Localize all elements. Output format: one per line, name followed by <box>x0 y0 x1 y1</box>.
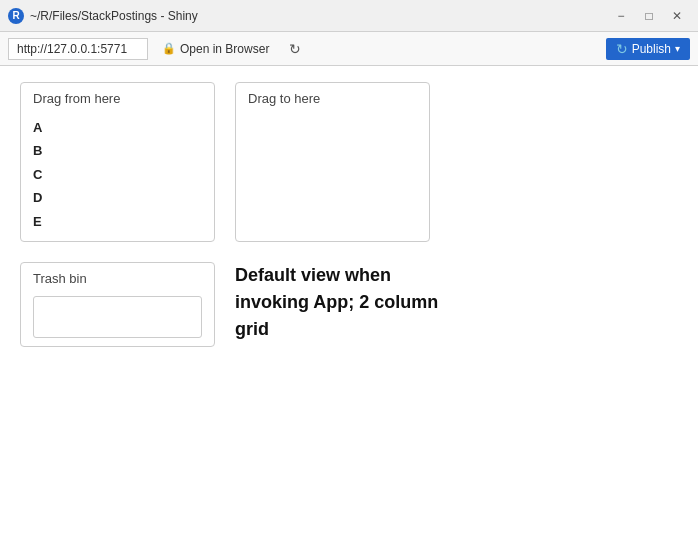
trash-bin-title: Trash bin <box>33 271 202 286</box>
trash-bin-drop-area[interactable] <box>33 296 202 338</box>
title-bar: R ~/R/Files/StackPostings - Shiny − □ ✕ <box>0 0 698 32</box>
drag-from-list: A B C D E <box>33 116 202 233</box>
trash-bin-box[interactable]: Trash bin <box>20 262 215 347</box>
close-button[interactable]: ✕ <box>664 6 690 26</box>
address-bar: http://127.0.0.1:5771 🔒 Open in Browser … <box>0 32 698 66</box>
lock-icon: 🔒 <box>162 42 176 55</box>
window-title: ~/R/Files/StackPostings - Shiny <box>30 9 198 23</box>
list-item[interactable]: A <box>33 116 202 139</box>
description-text: Default view when invoking App; 2 column… <box>235 262 455 343</box>
publish-label: Publish <box>632 42 671 56</box>
list-item[interactable]: D <box>33 186 202 209</box>
refresh-button[interactable]: ↻ <box>283 39 307 59</box>
publish-icon: ↻ <box>616 41 628 57</box>
top-row: Drag from here A B C D E Drag to here <box>20 82 678 242</box>
open-browser-label: Open in Browser <box>180 42 269 56</box>
list-item[interactable]: E <box>33 210 202 233</box>
url-text: http://127.0.0.1:5771 <box>17 42 127 56</box>
maximize-button[interactable]: □ <box>636 6 662 26</box>
title-bar-left: R ~/R/Files/StackPostings - Shiny <box>8 8 198 24</box>
r-icon: R <box>8 8 24 24</box>
list-item[interactable]: C <box>33 163 202 186</box>
minimize-button[interactable]: − <box>608 6 634 26</box>
bottom-row: Trash bin Default view when invoking App… <box>20 262 678 347</box>
drag-to-box[interactable]: Drag to here <box>235 82 430 242</box>
publish-caret: ▾ <box>675 43 680 54</box>
drag-from-title: Drag from here <box>33 91 202 106</box>
open-in-browser-button[interactable]: 🔒 Open in Browser <box>156 40 275 58</box>
publish-button[interactable]: ↻ Publish ▾ <box>606 38 690 60</box>
app-content: Drag from here A B C D E Drag to here Tr… <box>0 66 698 533</box>
drag-from-box[interactable]: Drag from here A B C D E <box>20 82 215 242</box>
drag-to-title: Drag to here <box>248 91 417 106</box>
window-controls: − □ ✕ <box>608 6 690 26</box>
url-display[interactable]: http://127.0.0.1:5771 <box>8 38 148 60</box>
list-item[interactable]: B <box>33 139 202 162</box>
